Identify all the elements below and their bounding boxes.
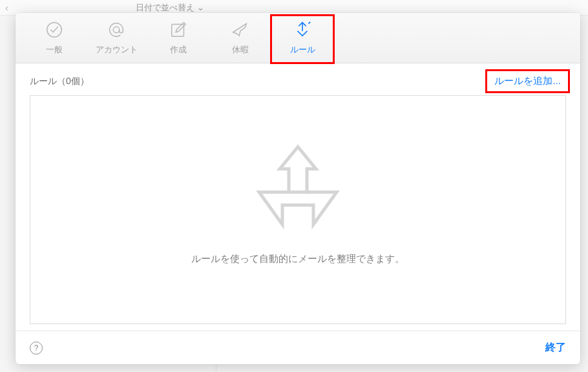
done-label: 終了: [545, 342, 566, 353]
tab-label: ルール: [290, 44, 315, 56]
tab-compose[interactable]: 作成: [147, 13, 209, 63]
rules-empty-box: ルールを使って自動的にメールを整理できます。: [30, 95, 566, 324]
preferences-modal: 一般 アカウント 作成: [16, 13, 580, 364]
svg-rect-2: [172, 25, 184, 37]
tab-label: 作成: [170, 44, 187, 56]
airplane-icon: [231, 20, 250, 41]
compose-icon: [169, 20, 188, 41]
add-rule-label: ルールを追加...: [494, 75, 561, 86]
rules-panel: ルール（0個） ルールを追加... ルールを使って自動的にメールを整理できます。: [16, 63, 580, 331]
modal-footer: ? 終了: [16, 331, 580, 364]
prefs-toolbar: 一般 アカウント 作成: [16, 13, 580, 63]
tab-accounts[interactable]: アカウント: [85, 13, 147, 63]
tab-label: アカウント: [96, 44, 138, 56]
sort-dropdown[interactable]: 日付で並べ替え ⌄: [136, 2, 204, 14]
at-sign-icon: [107, 20, 126, 41]
rules-count-label: ルール（0個）: [30, 76, 89, 87]
done-button[interactable]: 終了: [545, 341, 566, 355]
back-chevron-icon[interactable]: ‹: [5, 3, 8, 13]
rules-empty-message: ルールを使って自動的にメールを整理できます。: [191, 253, 404, 265]
help-icon: ?: [34, 344, 39, 353]
tab-rules[interactable]: ルール: [271, 13, 333, 63]
svg-point-1: [113, 27, 119, 32]
add-rule-button[interactable]: ルールを追加...: [489, 74, 566, 89]
checkmark-circle-icon: [45, 20, 64, 41]
rules-arrows-icon: [293, 20, 312, 41]
help-button[interactable]: ?: [30, 342, 43, 355]
tab-label: 休暇: [232, 44, 249, 56]
rules-header: ルール（0個） ルールを追加...: [30, 74, 566, 89]
tab-vacation[interactable]: 休暇: [209, 13, 271, 63]
rules-empty-icon: [246, 135, 350, 241]
svg-point-0: [47, 23, 62, 38]
tab-general[interactable]: 一般: [23, 13, 85, 63]
tab-label: 一般: [46, 44, 63, 56]
